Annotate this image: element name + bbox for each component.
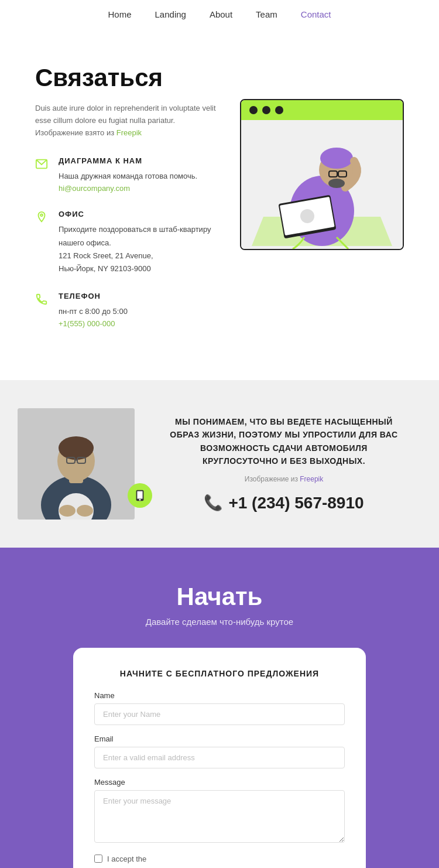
- browser-bar: [241, 100, 403, 120]
- email-label: Email: [94, 734, 345, 743]
- svg-rect-25: [137, 491, 142, 498]
- form-title: НАЧНИТЕ С БЕСПЛАТНОГО ПРЕДЛОЖЕНИЯ: [94, 669, 345, 678]
- purple-heading: Начать: [177, 583, 263, 611]
- nav-contact[interactable]: Contact: [301, 9, 331, 19]
- person-photo: [18, 408, 135, 520]
- office-title: ОФИС: [59, 210, 217, 218]
- phone-title: ТЕЛЕФОН: [59, 292, 128, 300]
- cta-image-block: [18, 408, 146, 520]
- intro-paragraph: Duis aute irure dolor in reprehenderit i…: [35, 102, 217, 139]
- checkbox-row: I accept the: [94, 855, 345, 863]
- contact-office-item: ОФИС Приходите поздороваться в штаб-квар…: [35, 210, 217, 275]
- page-title: Связаться: [35, 64, 217, 92]
- cta-phone: 📞 +1 (234) 567-8910: [164, 494, 404, 512]
- browser-dot-2: [262, 106, 270, 114]
- cta-banner-section: МЫ ПОНИМАЕМ, ЧТО ВЫ ВЕДЕТЕ НАСЫЩЕННЫЙ ОБ…: [0, 380, 439, 548]
- svg-point-26: [139, 499, 141, 501]
- freepik-link[interactable]: Freepik: [116, 128, 142, 137]
- svg-point-22: [59, 505, 76, 517]
- phone-link[interactable]: +1(555) 000-000: [59, 319, 115, 328]
- accept-checkbox[interactable]: [94, 855, 102, 863]
- navigation: Home Landing About Team Contact: [0, 0, 439, 29]
- purple-section: Начать Давайте сделаем что-нибудь крутое…: [0, 548, 439, 868]
- browser-dot-1: [249, 106, 258, 114]
- cta-image-credit: Изображение из Freepik: [164, 475, 404, 483]
- cta-phone-number[interactable]: +1 (234) 567-8910: [228, 494, 363, 512]
- phone-icon: [35, 293, 50, 308]
- email-input[interactable]: [94, 747, 345, 768]
- cta-freepik-link[interactable]: Freepik: [300, 475, 323, 483]
- contact-info: Связаться Duis aute irure dolor in repre…: [35, 64, 217, 345]
- browser-window: [240, 99, 404, 250]
- svg-point-5: [320, 148, 353, 169]
- phone-hours: пн-пт с 8:00 до 5:00: [59, 305, 128, 318]
- cta-phone-icon: 📞: [204, 494, 222, 512]
- cta-text-block: МЫ ПОНИМАЕМ, ЧТО ВЫ ВЕДЕТЕ НАСЫЩЕННЫЙ ОБ…: [146, 404, 421, 524]
- nav-home[interactable]: Home: [108, 9, 132, 19]
- svg-point-1: [40, 214, 43, 217]
- message-label: Message: [94, 778, 345, 787]
- svg-point-18: [59, 436, 94, 460]
- svg-point-9: [328, 179, 345, 188]
- email-link[interactable]: hi@ourcompany.com: [59, 184, 130, 193]
- cta-main-text: МЫ ПОНИМАЕМ, ЧТО ВЫ ВЕДЕТЕ НАСЫЩЕННЫЙ ОБ…: [164, 415, 404, 468]
- form-card: НАЧНИТЕ С БЕСПЛАТНОГО ПРЕДЛОЖЕНИЯ Name E…: [73, 648, 366, 868]
- contact-section: Связаться Duis aute irure dolor in repre…: [0, 29, 439, 380]
- contact-email-item: ДИАГРАММА К НАМ Наша дружная команда гот…: [35, 156, 217, 193]
- browser-body: [241, 120, 403, 249]
- email-field-group: Email: [94, 734, 345, 768]
- office-text: Приходите поздороваться в штаб-квартиру …: [59, 223, 217, 275]
- svg-point-23: [77, 505, 93, 517]
- nav-about[interactable]: About: [210, 9, 232, 19]
- location-icon: [35, 211, 50, 226]
- name-label: Name: [94, 691, 345, 700]
- nav-landing[interactable]: Landing: [155, 9, 186, 19]
- person-svg: [18, 408, 135, 520]
- name-field-group: Name: [94, 691, 345, 725]
- person-illustration: [246, 123, 398, 249]
- message-field-group: Message: [94, 778, 345, 845]
- nav-team[interactable]: Team: [256, 9, 277, 19]
- browser-dot-3: [275, 106, 283, 114]
- contact-phone-item: ТЕЛЕФОН пн-пт с 8:00 до 5:00 +1(555) 000…: [35, 292, 217, 329]
- accept-label: I accept the: [107, 855, 146, 863]
- purple-subtitle: Давайте сделаем что-нибудь крутое: [146, 617, 293, 627]
- email-title: ДИАГРАММА К НАМ: [59, 156, 197, 165]
- email-text: Наша дружная команда готова помочь.: [59, 170, 197, 183]
- email-icon: [35, 158, 50, 173]
- message-input[interactable]: [94, 790, 345, 843]
- phone-badge: [128, 483, 152, 508]
- contact-illustration: [240, 99, 404, 250]
- name-input[interactable]: [94, 703, 345, 725]
